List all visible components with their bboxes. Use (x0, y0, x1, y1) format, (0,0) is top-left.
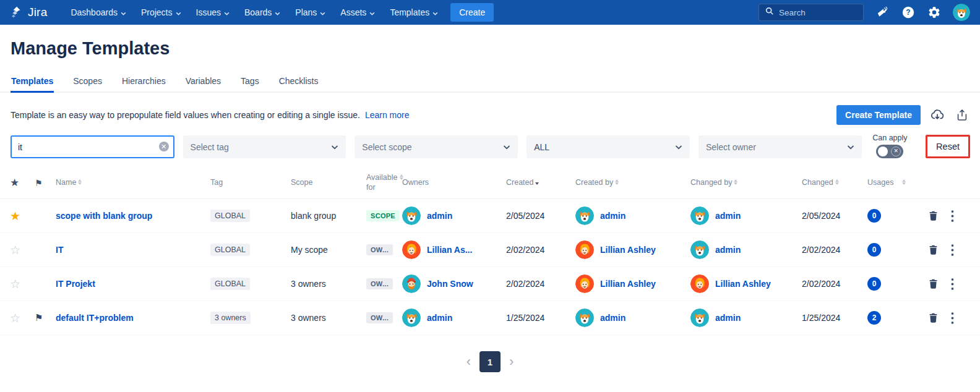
header-available-for[interactable]: Available for (366, 173, 402, 192)
delete-trash-icon[interactable] (927, 311, 940, 325)
header-created-by[interactable]: Created by (575, 178, 690, 188)
tab-templates[interactable]: Templates (11, 72, 54, 92)
usages-count-badge[interactable]: 2 (867, 311, 881, 325)
dog-avatar-icon (575, 207, 594, 225)
changed-by-cell: admin (690, 309, 802, 327)
nav-item-assets[interactable]: Assets (334, 4, 381, 21)
scope-cell: My scope (291, 245, 366, 255)
jira-brand[interactable]: Jira (10, 6, 47, 19)
owner-link[interactable]: John Snow (427, 279, 473, 289)
tab-checklists[interactable]: Checklists (278, 72, 319, 92)
more-options-kebab-icon[interactable] (950, 277, 955, 291)
created-by-link[interactable]: Lillian Ashley (600, 279, 656, 289)
more-options-kebab-icon[interactable] (950, 311, 955, 325)
owner-link[interactable]: admin (427, 313, 452, 323)
dog-avatar-icon (402, 309, 421, 327)
template-name-link[interactable]: IT Projekt (56, 279, 95, 289)
global-search-input[interactable] (779, 8, 853, 17)
usages-count-badge[interactable]: 0 (867, 243, 881, 257)
dog-avatar-icon (402, 207, 421, 225)
available-for-badge: OW... (366, 244, 393, 255)
nav-item-issues[interactable]: Issues (190, 4, 236, 21)
owner-link[interactable]: Lillian As... (427, 245, 472, 255)
nav-item-dashboards[interactable]: Dashboards (64, 4, 132, 21)
header-name[interactable]: Name (56, 178, 210, 188)
girl-avatar-icon (690, 275, 709, 293)
delete-trash-icon[interactable] (927, 243, 940, 257)
delete-trash-icon[interactable] (927, 209, 940, 223)
current-page-button[interactable]: 1 (479, 351, 501, 372)
chevron-down-icon (121, 7, 126, 17)
template-name-link[interactable]: scope with blank group (56, 211, 152, 221)
next-page-icon[interactable]: › (509, 355, 514, 369)
tab-scopes[interactable]: Scopes (72, 72, 103, 92)
header-owners: Owners (402, 178, 506, 188)
create-button[interactable]: Create (450, 3, 494, 22)
star-outline-icon[interactable]: ☆ (10, 243, 35, 257)
more-options-kebab-icon[interactable] (950, 209, 955, 223)
created-by-link[interactable]: admin (600, 313, 625, 323)
changed-by-link[interactable]: admin (715, 211, 741, 221)
clear-search-icon[interactable]: ✕ (159, 142, 169, 151)
header-changed-by[interactable]: Changed by (690, 178, 802, 188)
can-apply-toggle[interactable]: ✕ (876, 145, 903, 158)
available-for-cell: SCOPE (366, 210, 402, 221)
owner-filter-select[interactable]: Select owner (698, 135, 862, 158)
created-by-link[interactable]: admin (600, 211, 625, 221)
star-header-icon[interactable]: ★ (10, 176, 35, 189)
usages-count-badge[interactable]: 0 (867, 277, 881, 291)
tag-cell: 3 owners (210, 312, 291, 324)
settings-gear-icon[interactable] (927, 5, 942, 20)
star-outline-icon[interactable]: ☆ (10, 277, 35, 291)
changed-by-link[interactable]: admin (715, 245, 741, 255)
templates-table: ★ ⚑ Name Tag Scope Available for Owners … (0, 167, 980, 335)
nav-item-plans[interactable]: Plans (289, 4, 332, 21)
flag-header-icon[interactable]: ⚑ (35, 178, 56, 188)
star-outline-icon[interactable]: ☆ (10, 311, 35, 325)
navbar-right: ? (759, 4, 970, 21)
usages-cell: 0 (867, 243, 916, 257)
prev-page-icon[interactable]: ‹ (466, 355, 471, 369)
changed-by-link[interactable]: Lillian Ashley (715, 279, 771, 289)
template-search-input[interactable] (11, 135, 174, 158)
learn-more-link[interactable]: Learn more (365, 110, 410, 120)
description-text: Template is an easy way to prepopulate f… (11, 110, 409, 120)
nav-item-label: Dashboards (71, 7, 118, 17)
type-filter-select[interactable]: ALL (527, 135, 690, 158)
tag-filter-select[interactable]: Select tag (183, 135, 346, 158)
changed-by-cell: admin (690, 241, 802, 259)
usages-count-badge[interactable]: 0 (867, 209, 881, 223)
header-tag: Tag (210, 178, 291, 188)
help-icon[interactable]: ? (901, 5, 916, 20)
delete-trash-icon[interactable] (927, 277, 940, 291)
tab-tags[interactable]: Tags (240, 72, 260, 92)
reset-button[interactable]: Reset (929, 138, 967, 155)
announcements-icon[interactable] (875, 5, 890, 20)
template-name-link[interactable]: default IT+problem (56, 313, 134, 323)
star-filled-icon[interactable]: ★ (10, 209, 35, 223)
header-usages[interactable]: Usages (867, 178, 916, 188)
created-by-cell: admin (575, 207, 690, 225)
user-avatar[interactable] (953, 4, 970, 21)
nav-item-templates[interactable]: Templates (384, 4, 444, 21)
flag-icon[interactable]: ⚑ (35, 312, 56, 323)
nav-item-projects[interactable]: Projects (135, 4, 187, 21)
tab-hierarchies[interactable]: Hierarchies (121, 72, 166, 92)
header-created[interactable]: Created (506, 178, 575, 188)
header-changed[interactable]: Changed (802, 178, 867, 188)
description: Template is an easy way to prepopulate f… (11, 110, 360, 120)
import-cloud-download-icon[interactable] (929, 107, 945, 123)
export-icon[interactable] (954, 107, 970, 123)
more-options-kebab-icon[interactable] (950, 243, 955, 257)
tab-variables[interactable]: Variables (185, 72, 221, 92)
scope-filter-select[interactable]: Select scope (355, 135, 518, 158)
create-template-button[interactable]: Create Template (836, 105, 921, 125)
row-actions (916, 209, 980, 223)
nav-item-boards[interactable]: Boards (238, 4, 286, 21)
template-name-link[interactable]: IT (56, 245, 63, 255)
owner-link[interactable]: admin (427, 211, 452, 221)
global-search[interactable] (759, 4, 864, 21)
created-by-link[interactable]: Lillian Ashley (600, 245, 656, 255)
changed-by-link[interactable]: admin (715, 313, 741, 323)
available-for-cell: OW... (366, 278, 402, 289)
